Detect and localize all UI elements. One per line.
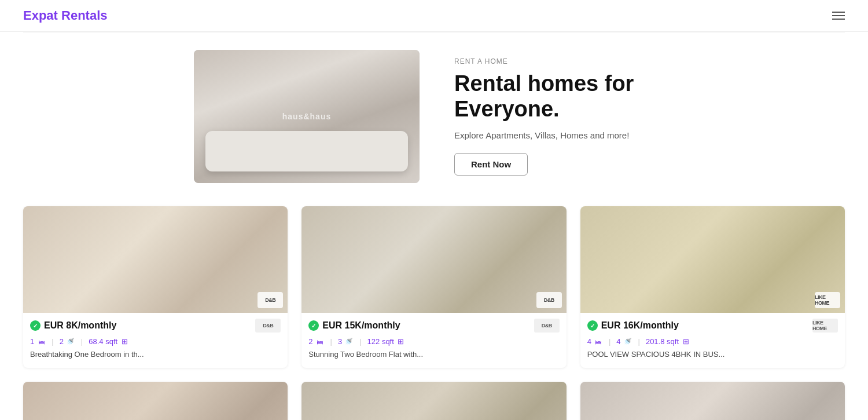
header: Expat Rentals (0, 0, 868, 32)
bath-icon (344, 338, 354, 345)
listing-meta: 2 | 3 | 122 sqft (308, 337, 559, 346)
hero-image (194, 50, 420, 183)
listing-card[interactable]: LIKE HOME EUR 18K/monthly LIKE HOME 3 | … (580, 382, 845, 420)
listing-price-row: EUR 15K/monthly D&B (308, 319, 559, 333)
listing-image: D&B (23, 382, 288, 420)
bath-icon (623, 338, 632, 345)
listing-image: D&B (23, 206, 288, 313)
hero-text-block: Rent A HOME Rental homes for Everyone. E… (454, 57, 674, 175)
bedrooms-meta: 2 (308, 337, 324, 346)
listing-price-row: EUR 16K/monthly LIKE HOME (587, 319, 838, 333)
sqft-meta: 68.4 sqft (89, 337, 129, 346)
listings-section: D&B EUR 8K/monthly D&B 1 | 2 (0, 200, 868, 420)
sqft-value: 122 sqft (367, 337, 394, 346)
sqft-meta: 201.8 sqft (646, 337, 690, 346)
bedroom-count: 2 (308, 337, 312, 346)
bathroom-count: 3 (338, 337, 342, 346)
listing-meta: 4 | 4 | 201.8 sqft (587, 337, 838, 346)
listing-price-value: EUR 8K/monthly (44, 320, 116, 331)
bath-icon (66, 338, 75, 345)
listing-title: Stunning Two Bedroom Flat with... (308, 349, 559, 360)
bathrooms-meta: 3 (338, 337, 354, 346)
rent-now-button[interactable]: Rent Now (454, 153, 528, 176)
listing-card[interactable]: LIKE HOME EUR 16K/monthly LIKE HOME 4 | … (580, 206, 845, 368)
bed-icon (36, 338, 46, 345)
listing-title: POOL VIEW SPACIOUS 4BHK IN BUS... (587, 349, 838, 360)
listing-info: EUR 16K/monthly LIKE HOME 4 | 4 | 201.8 … (580, 313, 845, 368)
listing-price-row: EUR 8K/monthly D&B (30, 319, 281, 333)
bedroom-count: 1 (30, 337, 34, 346)
listing-card[interactable]: D&B EUR 15K/monthly D&B 2 | 3 (301, 206, 566, 368)
agent-logo: D&B (255, 319, 281, 333)
sqft-value: 68.4 sqft (89, 337, 117, 346)
verified-icon (308, 320, 319, 331)
listing-agent-watermark: D&B (536, 292, 562, 308)
listing-meta: 1 | 2 | 68.4 sqft (30, 337, 281, 346)
listing-image: D&B (301, 206, 566, 313)
listing-price: EUR 16K/monthly (587, 320, 679, 331)
bathrooms-meta: 4 (616, 337, 632, 346)
sqft-meta: 122 sqft (367, 337, 406, 346)
bathroom-count: 2 (60, 337, 64, 346)
sqft-value: 201.8 sqft (646, 337, 679, 346)
listing-info: EUR 8K/monthly D&B 1 | 2 | 68.4 sqft (23, 313, 288, 368)
listing-info: EUR 15K/monthly D&B 2 | 3 | 122 sqft (301, 313, 566, 368)
listing-agent-watermark: D&B (258, 292, 283, 308)
listing-title: Breathtaking One Bedroom in th... (30, 349, 281, 360)
agent-logo: LIKE HOME (812, 319, 838, 333)
bedrooms-meta: 1 (30, 337, 46, 346)
listing-price-value: EUR 15K/monthly (322, 320, 400, 331)
hero-section: Rent A HOME Rental homes for Everyone. E… (0, 32, 868, 200)
bathrooms-meta: 2 (60, 337, 75, 346)
listing-card[interactable]: D&B EUR 10K/monthly D&B 2 | 2 (301, 382, 566, 420)
bedrooms-meta: 4 (587, 337, 603, 346)
listing-image: D&B (301, 382, 566, 420)
verified-icon (30, 320, 41, 331)
hero-subtitle: Explore Apartments, Villas, Homes and mo… (454, 130, 674, 140)
bedroom-count: 4 (587, 337, 591, 346)
bed-icon (594, 338, 603, 345)
hero-title: Rental homes for Everyone. (454, 71, 674, 122)
listings-grid: D&B EUR 8K/monthly D&B 1 | 2 (23, 206, 845, 420)
listing-price-value: EUR 16K/monthly (601, 320, 679, 331)
listing-card[interactable]: D&B EUR 8K/monthly D&B 1 | 2 (23, 206, 288, 368)
listing-image: LIKE HOME (580, 206, 845, 313)
logo[interactable]: Expat Rentals (23, 8, 108, 23)
listing-price: EUR 15K/monthly (308, 320, 400, 331)
verified-icon (587, 320, 598, 331)
listing-card[interactable]: D&B EUR 12K/monthly D&B 2 | 2 (23, 382, 288, 420)
bed-icon (315, 338, 325, 345)
listing-agent-watermark: LIKE HOME (815, 292, 840, 308)
sqft-icon (396, 338, 406, 345)
listing-image: LIKE HOME (580, 382, 845, 420)
listing-price: EUR 8K/monthly (30, 320, 116, 331)
hero-tag: Rent A HOME (454, 57, 674, 65)
sqft-icon (681, 338, 690, 345)
agent-logo: D&B (534, 319, 560, 333)
hamburger-menu-button[interactable] (832, 12, 845, 20)
sqft-icon (120, 338, 129, 345)
bathroom-count: 4 (616, 337, 620, 346)
